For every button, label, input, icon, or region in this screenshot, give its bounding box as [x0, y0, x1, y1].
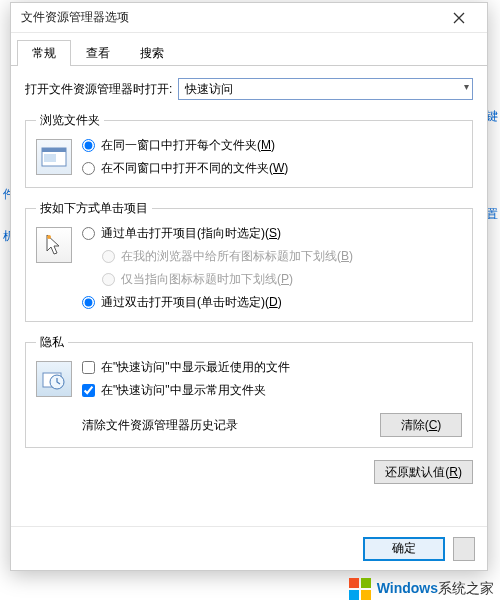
dialog-footer: 确定	[11, 526, 487, 570]
click-legend: 按如下方式单击项目	[36, 200, 152, 217]
radio-diff-label: 在不同窗口中打开不同的文件夹(	[101, 161, 273, 175]
watermark-brand: Windows	[377, 580, 438, 596]
dialog-title: 文件资源管理器选项	[21, 9, 437, 26]
check-frequent-folders[interactable]: 在"快速访问"中显示常用文件夹	[82, 382, 462, 399]
check-frequent-label: 在"快速访问"中显示常用文件夹	[101, 382, 266, 399]
radio-same-label: 在同一窗口中打开每个文件夹(	[101, 138, 261, 152]
tab-strip: 常规 查看 搜索	[11, 33, 487, 66]
tab-general[interactable]: 常规	[17, 40, 71, 66]
radio-double-click-input[interactable]	[82, 296, 95, 309]
watermark-suffix: 系统之家	[438, 580, 494, 596]
radio-single-click[interactable]: 通过单击打开项目(指向时选定)(S)	[82, 225, 462, 242]
hotkey: D	[269, 295, 278, 309]
cursor-icon	[36, 227, 72, 263]
hotkey: R	[449, 465, 458, 479]
radio-underline-point: 仅当指向图标标题时加下划线(P)	[102, 271, 462, 288]
svg-rect-1	[42, 148, 66, 152]
privacy-group: 隐私 在"快速访问"中显示最近使用的文件 在"快速访问"中显示常用文件夹 清	[25, 334, 473, 448]
browse-legend: 浏览文件夹	[36, 112, 104, 129]
close-button[interactable]	[437, 4, 481, 32]
radio-same-window[interactable]: 在同一窗口中打开每个文件夹(M)	[82, 137, 462, 154]
check-recent-label: 在"快速访问"中显示最近使用的文件	[101, 359, 290, 376]
check-recent-files-input[interactable]	[82, 361, 95, 374]
tab-panel-general: 打开文件资源管理器时打开: 快速访问 ▾ 浏览文件夹 在同一窗口中打开每个文件夹…	[11, 66, 487, 526]
truncated-button[interactable]	[453, 537, 475, 561]
clear-button[interactable]: 清除(C)	[380, 413, 462, 437]
hotkey: S	[269, 226, 277, 240]
hotkey: W	[273, 161, 284, 175]
radio-underline-point-label: 仅当指向图标标题时加下划线(	[121, 272, 281, 286]
hotkey: P	[281, 272, 289, 286]
close-icon	[453, 12, 465, 24]
history-icon	[36, 361, 72, 397]
watermark: Windows系统之家	[349, 578, 494, 600]
clear-history-label: 清除文件资源管理器历史记录	[82, 417, 238, 434]
browse-folders-group: 浏览文件夹 在同一窗口中打开每个文件夹(M) 在不同窗口中打开不同的文件夹(W)	[25, 112, 473, 188]
radio-diff-window-input[interactable]	[82, 162, 95, 175]
open-explorer-select[interactable]: 快速访问 ▾	[178, 78, 473, 100]
radio-double-click[interactable]: 通过双击打开项目(单击时选定)(D)	[82, 294, 462, 311]
open-explorer-label: 打开文件资源管理器时打开:	[25, 81, 172, 98]
hotkey: B	[341, 249, 349, 263]
window-icon	[36, 139, 72, 175]
click-items-group: 按如下方式单击项目 通过单击打开项目(指向时选定)(S) 在我的浏览器中给所有图…	[25, 200, 473, 322]
radio-underline-all-label: 在我的浏览器中给所有图标标题加下划线(	[121, 249, 341, 263]
svg-rect-2	[44, 154, 56, 162]
check-frequent-folders-input[interactable]	[82, 384, 95, 397]
svg-point-3	[47, 235, 51, 239]
radio-single-label: 通过单击打开项目(指向时选定)(	[101, 226, 269, 240]
restore-defaults-button[interactable]: 还原默认值(R)	[374, 460, 473, 484]
radio-underline-all-input	[102, 250, 115, 263]
radio-single-click-input[interactable]	[82, 227, 95, 240]
radio-underline-all: 在我的浏览器中给所有图标标题加下划线(B)	[102, 248, 462, 265]
tab-view[interactable]: 查看	[71, 40, 125, 66]
privacy-legend: 隐私	[36, 334, 68, 351]
hotkey: M	[261, 138, 271, 152]
radio-same-window-input[interactable]	[82, 139, 95, 152]
radio-diff-window[interactable]: 在不同窗口中打开不同的文件夹(W)	[82, 160, 462, 177]
open-explorer-value: 快速访问	[185, 81, 233, 98]
radio-double-label: 通过双击打开项目(单击时选定)(	[101, 295, 269, 309]
titlebar: 文件资源管理器选项	[11, 3, 487, 33]
folder-options-dialog: 文件资源管理器选项 常规 查看 搜索 打开文件资源管理器时打开: 快速访问 ▾ …	[10, 2, 488, 571]
radio-underline-point-input	[102, 273, 115, 286]
check-recent-files[interactable]: 在"快速访问"中显示最近使用的文件	[82, 359, 462, 376]
ok-button[interactable]: 确定	[363, 537, 445, 561]
windows-logo-icon	[349, 578, 371, 600]
tab-search[interactable]: 搜索	[125, 40, 179, 66]
open-explorer-row: 打开文件资源管理器时打开: 快速访问 ▾	[25, 78, 473, 100]
